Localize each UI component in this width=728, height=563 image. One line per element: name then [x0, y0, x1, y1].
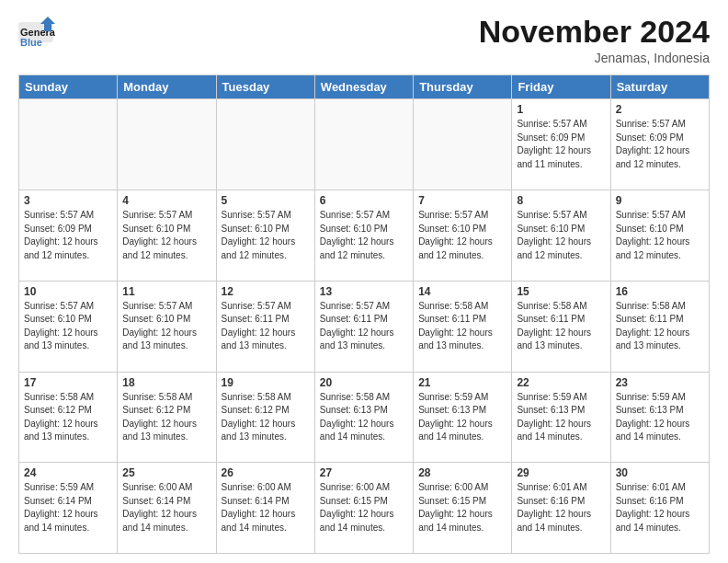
- day-number: 13: [320, 285, 408, 298]
- col-wednesday: Wednesday: [314, 75, 413, 99]
- calendar-cell: 21Sunrise: 5:59 AMSunset: 6:13 PMDayligh…: [414, 372, 512, 463]
- day-info: Sunrise: 5:57 AMSunset: 6:10 PMDaylight:…: [320, 209, 408, 262]
- calendar-cell: 16Sunrise: 5:58 AMSunset: 6:11 PMDayligh…: [610, 281, 709, 372]
- day-number: 22: [517, 376, 605, 389]
- calendar-cell: 29Sunrise: 6:01 AMSunset: 6:16 PMDayligh…: [512, 463, 610, 554]
- calendar-cell: 20Sunrise: 5:58 AMSunset: 6:13 PMDayligh…: [314, 372, 413, 463]
- day-info: Sunrise: 5:57 AMSunset: 6:09 PMDaylight:…: [24, 209, 112, 262]
- day-number: 18: [122, 376, 210, 389]
- day-number: 1: [517, 103, 605, 116]
- day-number: 10: [24, 285, 112, 298]
- day-number: 3: [24, 194, 112, 207]
- title-area: November 2024 Jenamas, Indonesia: [479, 15, 710, 65]
- col-saturday: Saturday: [610, 75, 709, 99]
- day-info: Sunrise: 5:58 AMSunset: 6:12 PMDaylight:…: [122, 391, 210, 444]
- day-info: Sunrise: 6:00 AMSunset: 6:14 PMDaylight:…: [122, 481, 210, 534]
- day-number: 2: [616, 103, 704, 116]
- day-number: 11: [122, 285, 210, 298]
- day-number: 5: [222, 194, 310, 207]
- day-info: Sunrise: 5:57 AMSunset: 6:11 PMDaylight:…: [320, 300, 408, 353]
- calendar-cell: 12Sunrise: 5:57 AMSunset: 6:11 PMDayligh…: [216, 281, 314, 372]
- calendar-cell: 8Sunrise: 5:57 AMSunset: 6:10 PMDaylight…: [512, 190, 610, 282]
- calendar-cell: 22Sunrise: 5:59 AMSunset: 6:13 PMDayligh…: [512, 372, 610, 463]
- calendar-cell: 26Sunrise: 6:00 AMSunset: 6:14 PMDayligh…: [216, 463, 314, 554]
- day-info: Sunrise: 5:57 AMSunset: 6:10 PMDaylight:…: [24, 300, 112, 353]
- calendar-cell: 23Sunrise: 5:59 AMSunset: 6:13 PMDayligh…: [610, 372, 709, 463]
- day-number: 14: [418, 285, 506, 298]
- calendar-cell: 10Sunrise: 5:57 AMSunset: 6:10 PMDayligh…: [19, 281, 118, 372]
- calendar-cell: 18Sunrise: 5:58 AMSunset: 6:12 PMDayligh…: [118, 372, 216, 463]
- location: Jenamas, Indonesia: [479, 51, 710, 65]
- day-info: Sunrise: 5:57 AMSunset: 6:10 PMDaylight:…: [517, 209, 605, 262]
- calendar-week-1: 3Sunrise: 5:57 AMSunset: 6:09 PMDaylight…: [19, 190, 710, 282]
- calendar-cell: 19Sunrise: 5:58 AMSunset: 6:12 PMDayligh…: [216, 372, 314, 463]
- calendar-cell: 27Sunrise: 6:00 AMSunset: 6:15 PMDayligh…: [314, 463, 413, 554]
- day-number: 27: [320, 466, 408, 479]
- calendar-cell: 11Sunrise: 5:57 AMSunset: 6:10 PMDayligh…: [118, 281, 216, 372]
- calendar-cell: 24Sunrise: 5:59 AMSunset: 6:14 PMDayligh…: [19, 463, 118, 554]
- day-info: Sunrise: 5:59 AMSunset: 6:13 PMDaylight:…: [418, 391, 506, 444]
- calendar-cell: 6Sunrise: 5:57 AMSunset: 6:10 PMDaylight…: [314, 190, 413, 282]
- day-info: Sunrise: 5:57 AMSunset: 6:09 PMDaylight:…: [616, 118, 704, 171]
- day-info: Sunrise: 5:57 AMSunset: 6:09 PMDaylight:…: [517, 118, 605, 171]
- day-number: 24: [24, 466, 112, 479]
- col-thursday: Thursday: [414, 75, 512, 99]
- day-number: 12: [222, 285, 310, 298]
- day-number: 20: [320, 376, 408, 389]
- calendar-week-4: 24Sunrise: 5:59 AMSunset: 6:14 PMDayligh…: [19, 463, 710, 554]
- day-info: Sunrise: 5:57 AMSunset: 6:10 PMDaylight:…: [222, 209, 310, 262]
- calendar-table: Sunday Monday Tuesday Wednesday Thursday…: [18, 75, 710, 554]
- calendar-week-3: 17Sunrise: 5:58 AMSunset: 6:12 PMDayligh…: [19, 372, 710, 463]
- col-sunday: Sunday: [19, 75, 118, 99]
- day-number: 28: [418, 466, 506, 479]
- col-friday: Friday: [512, 75, 610, 99]
- calendar-week-0: 1Sunrise: 5:57 AMSunset: 6:09 PMDaylight…: [19, 99, 710, 190]
- day-info: Sunrise: 5:58 AMSunset: 6:13 PMDaylight:…: [320, 391, 408, 444]
- calendar-cell: 7Sunrise: 5:57 AMSunset: 6:10 PMDaylight…: [414, 190, 512, 282]
- day-number: 25: [122, 466, 210, 479]
- day-info: Sunrise: 6:00 AMSunset: 6:15 PMDaylight:…: [418, 481, 506, 534]
- day-number: 19: [222, 376, 310, 389]
- calendar-cell: 14Sunrise: 5:58 AMSunset: 6:11 PMDayligh…: [414, 281, 512, 372]
- calendar-week-2: 10Sunrise: 5:57 AMSunset: 6:10 PMDayligh…: [19, 281, 710, 372]
- day-info: Sunrise: 5:57 AMSunset: 6:10 PMDaylight:…: [418, 209, 506, 262]
- calendar-cell: 2Sunrise: 5:57 AMSunset: 6:09 PMDaylight…: [610, 99, 709, 190]
- day-info: Sunrise: 5:58 AMSunset: 6:11 PMDaylight:…: [418, 300, 506, 353]
- logo-image: General Blue: [18, 15, 55, 50]
- calendar-cell: 13Sunrise: 5:57 AMSunset: 6:11 PMDayligh…: [314, 281, 413, 372]
- day-number: 7: [418, 194, 506, 207]
- day-info: Sunrise: 5:57 AMSunset: 6:10 PMDaylight:…: [122, 209, 210, 262]
- day-info: Sunrise: 6:00 AMSunset: 6:14 PMDaylight:…: [222, 481, 310, 534]
- page: General Blue November 2024 Jenamas, Indo…: [0, 0, 728, 563]
- calendar-header-row: Sunday Monday Tuesday Wednesday Thursday…: [19, 75, 710, 99]
- day-number: 15: [517, 285, 605, 298]
- day-number: 30: [616, 466, 704, 479]
- calendar-cell: [314, 99, 413, 190]
- day-number: 6: [320, 194, 408, 207]
- calendar-cell: 1Sunrise: 5:57 AMSunset: 6:09 PMDaylight…: [512, 99, 610, 190]
- logo: General Blue: [18, 15, 55, 50]
- calendar-cell: 28Sunrise: 6:00 AMSunset: 6:15 PMDayligh…: [414, 463, 512, 554]
- day-number: 17: [24, 376, 112, 389]
- day-number: 26: [222, 466, 310, 479]
- calendar-cell: 4Sunrise: 5:57 AMSunset: 6:10 PMDaylight…: [118, 190, 216, 282]
- day-info: Sunrise: 5:57 AMSunset: 6:10 PMDaylight:…: [122, 300, 210, 353]
- calendar-cell: 5Sunrise: 5:57 AMSunset: 6:10 PMDaylight…: [216, 190, 314, 282]
- col-tuesday: Tuesday: [216, 75, 314, 99]
- calendar-cell: 15Sunrise: 5:58 AMSunset: 6:11 PMDayligh…: [512, 281, 610, 372]
- month-title: November 2024: [479, 15, 710, 49]
- calendar-cell: [118, 99, 216, 190]
- day-info: Sunrise: 5:59 AMSunset: 6:13 PMDaylight:…: [517, 391, 605, 444]
- calendar-cell: 25Sunrise: 6:00 AMSunset: 6:14 PMDayligh…: [118, 463, 216, 554]
- calendar-cell: 3Sunrise: 5:57 AMSunset: 6:09 PMDaylight…: [19, 190, 118, 282]
- day-info: Sunrise: 5:59 AMSunset: 6:14 PMDaylight:…: [24, 481, 112, 534]
- day-number: 9: [616, 194, 704, 207]
- day-info: Sunrise: 5:58 AMSunset: 6:12 PMDaylight:…: [222, 391, 310, 444]
- day-info: Sunrise: 6:00 AMSunset: 6:15 PMDaylight:…: [320, 481, 408, 534]
- header: General Blue November 2024 Jenamas, Indo…: [18, 15, 710, 65]
- day-info: Sunrise: 5:58 AMSunset: 6:11 PMDaylight:…: [517, 300, 605, 353]
- calendar-cell: 17Sunrise: 5:58 AMSunset: 6:12 PMDayligh…: [19, 372, 118, 463]
- calendar-cell: 9Sunrise: 5:57 AMSunset: 6:10 PMDaylight…: [610, 190, 709, 282]
- day-number: 23: [616, 376, 704, 389]
- day-info: Sunrise: 5:57 AMSunset: 6:11 PMDaylight:…: [222, 300, 310, 353]
